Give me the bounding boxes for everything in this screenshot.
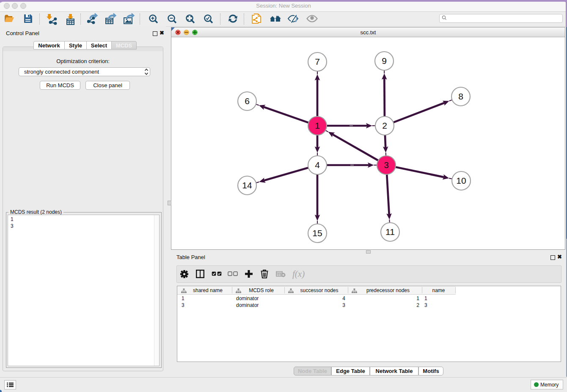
svg-text:10: 10 [456, 176, 466, 185]
svg-text:9: 9 [382, 56, 387, 66]
svg-text:15: 15 [312, 228, 322, 238]
svg-text:14: 14 [242, 180, 252, 190]
svg-text:4: 4 [315, 160, 320, 170]
svg-text:3: 3 [384, 160, 389, 170]
svg-text:2: 2 [382, 121, 387, 130]
svg-text:8: 8 [458, 91, 463, 101]
svg-text:6: 6 [245, 96, 250, 106]
svg-text:11: 11 [385, 227, 395, 237]
svg-text:1: 1 [315, 121, 320, 130]
svg-text:7: 7 [315, 57, 320, 66]
